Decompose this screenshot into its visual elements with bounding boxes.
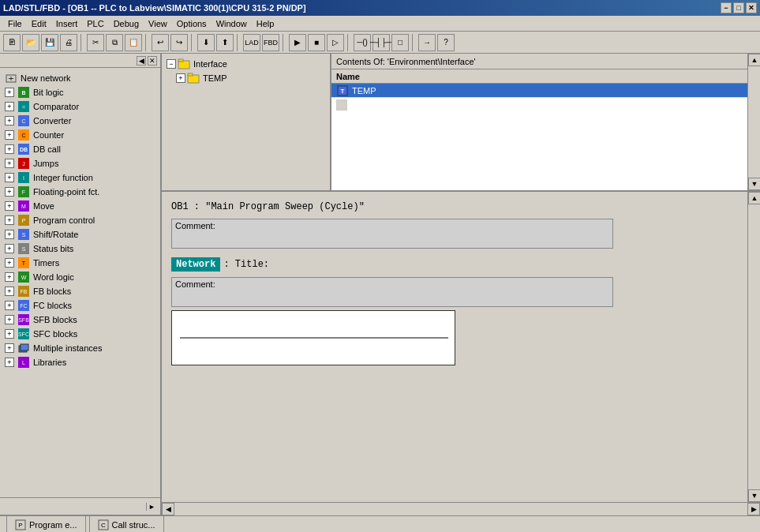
- new-network-icon: [5, 72, 17, 84]
- sidebar-close-btn[interactable]: ✕: [148, 56, 157, 66]
- sidebar-item-status-bits[interactable]: + S Status bits: [2, 242, 159, 256]
- tb-upload-btn[interactable]: ⬆: [216, 34, 234, 51]
- status-bits-expand[interactable]: +: [5, 244, 14, 253]
- editor-scroll-up[interactable]: ▲: [748, 192, 760, 204]
- menu-help[interactable]: Help: [252, 17, 279, 30]
- program-comment-box[interactable]: Comment:: [171, 219, 613, 249]
- tb-download-btn[interactable]: ⬇: [197, 34, 215, 51]
- tb-coil-btn[interactable]: ─(): [354, 34, 371, 51]
- status-tab-program[interactable]: P Program e...: [6, 515, 86, 532]
- tb-redo-btn[interactable]: ↪: [170, 34, 188, 51]
- h-scroll-right[interactable]: ▶: [747, 503, 760, 515]
- top-scroll-up[interactable]: ▲: [748, 54, 760, 66]
- sidebar-item-integer-function[interactable]: + I Integer function: [2, 170, 159, 185]
- sidebar-item-counter[interactable]: + C Counter: [2, 128, 159, 142]
- tb-undo-btn[interactable]: ↩: [152, 34, 169, 51]
- timers-expand[interactable]: +: [5, 258, 14, 268]
- sidebar-item-float[interactable]: + F Floating-point fct.: [2, 185, 159, 199]
- menu-edit[interactable]: Edit: [27, 17, 51, 30]
- move-icon: M: [17, 200, 30, 212]
- sfc-blocks-expand[interactable]: +: [5, 329, 14, 339]
- sidebar-pin-btn[interactable]: ◀: [137, 56, 146, 66]
- svg-rect-4: [21, 344, 28, 350]
- sidebar-item-sfb-blocks[interactable]: + SFB SFB blocks: [2, 313, 159, 327]
- tb-box-btn[interactable]: □: [391, 34, 409, 51]
- comparator-expand[interactable]: +: [5, 102, 14, 111]
- tb-save-btn[interactable]: 💾: [41, 34, 58, 51]
- menu-view[interactable]: View: [144, 17, 172, 30]
- network-highlight: Network: [171, 257, 220, 272]
- tb-open-btn[interactable]: 📂: [22, 34, 39, 51]
- sidebar-item-new-network[interactable]: New network: [2, 71, 159, 85]
- sidebar-item-libraries[interactable]: + L Libraries: [2, 355, 159, 369]
- tb-paste-btn[interactable]: 📋: [125, 34, 142, 51]
- sidebar-item-db-call[interactable]: + DB DB call: [2, 142, 159, 156]
- sidebar-item-sfc-blocks[interactable]: + SFC SFC blocks: [2, 327, 159, 341]
- tb-fbd-btn[interactable]: FBD: [262, 34, 279, 51]
- h-scroll-left[interactable]: ◀: [162, 503, 174, 515]
- sfb-blocks-expand[interactable]: +: [5, 315, 14, 324]
- shift-expand[interactable]: +: [5, 230, 14, 239]
- menu-debug[interactable]: Debug: [109, 17, 144, 30]
- counter-expand[interactable]: +: [5, 130, 14, 140]
- tb-sep2: [145, 34, 148, 51]
- tb-copy-btn[interactable]: ⧉: [106, 34, 123, 51]
- nav-interface-expand[interactable]: −: [167, 59, 176, 69]
- tb-stop-btn[interactable]: ■: [308, 34, 325, 51]
- sidebar-item-word-logic[interactable]: + W Word logic: [2, 270, 159, 284]
- tb-arrow-btn[interactable]: →: [418, 34, 436, 51]
- sidebar-item-converter[interactable]: + C Converter: [2, 114, 159, 128]
- tb-print-btn[interactable]: 🖨: [60, 34, 77, 51]
- table-row-temp[interactable]: T TEMP: [331, 84, 747, 98]
- status-tab-call[interactable]: C Call struc...: [89, 515, 164, 532]
- menu-options[interactable]: Options: [172, 17, 212, 30]
- tb-new-btn[interactable]: 🖹: [3, 34, 21, 51]
- sidebar-item-jumps[interactable]: + J Jumps: [2, 156, 159, 170]
- tb-run-btn[interactable]: ▶: [289, 34, 306, 51]
- jumps-expand[interactable]: +: [5, 159, 14, 168]
- network-diagram[interactable]: [171, 310, 455, 365]
- menu-file[interactable]: File: [3, 17, 27, 30]
- tb-step-btn[interactable]: ▷: [327, 34, 344, 51]
- top-scroll-down[interactable]: ▼: [748, 178, 760, 190]
- maximize-button[interactable]: □: [733, 2, 744, 13]
- nav-item-temp[interactable]: + TEMP: [165, 71, 327, 85]
- close-button[interactable]: ✕: [746, 2, 757, 13]
- word-logic-expand[interactable]: +: [5, 272, 14, 282]
- float-expand[interactable]: +: [5, 187, 14, 197]
- sidebar-scroll-right[interactable]: ►: [146, 503, 157, 511]
- nav-temp-expand[interactable]: +: [176, 73, 185, 83]
- sidebar-item-move[interactable]: + M Move: [2, 199, 159, 213]
- sidebar-item-bit-logic[interactable]: + B Bit logic: [2, 85, 159, 99]
- tb-help-btn[interactable]: ?: [437, 34, 455, 51]
- menu-insert[interactable]: Insert: [51, 17, 83, 30]
- minimize-button[interactable]: −: [721, 2, 732, 13]
- sidebar-item-multiple-instances[interactable]: + Multiple instances: [2, 341, 159, 355]
- sidebar-item-prog-ctrl[interactable]: + P Program control: [2, 213, 159, 227]
- tb-contact-btn[interactable]: ─┤├─: [373, 34, 390, 51]
- editor-scroll-down[interactable]: ▼: [748, 489, 760, 502]
- prog-ctrl-expand[interactable]: +: [5, 215, 14, 225]
- db-call-expand[interactable]: +: [5, 144, 14, 154]
- editor-area[interactable]: OB1 : "Main Program Sweep (Cycle)" Comme…: [162, 192, 747, 502]
- bit-logic-expand[interactable]: +: [5, 88, 14, 97]
- tb-lad-btn[interactable]: LAD: [243, 34, 260, 51]
- converter-expand[interactable]: +: [5, 116, 14, 126]
- nav-item-interface[interactable]: − Interface: [165, 57, 327, 71]
- tb-cut-btn[interactable]: ✂: [87, 34, 104, 51]
- libraries-expand[interactable]: +: [5, 358, 14, 367]
- move-expand[interactable]: +: [5, 201, 14, 211]
- menu-plc[interactable]: PLC: [82, 17, 108, 30]
- network-diagram-line: [180, 338, 448, 339]
- multi-expand[interactable]: +: [5, 343, 14, 353]
- network-comment-box[interactable]: Comment:: [171, 277, 613, 307]
- fc-blocks-expand[interactable]: +: [5, 301, 14, 310]
- fb-blocks-expand[interactable]: +: [5, 287, 14, 296]
- sidebar-item-fc-blocks[interactable]: + FC FC blocks: [2, 298, 159, 313]
- sidebar-item-comparator[interactable]: + = Comparator: [2, 99, 159, 114]
- sidebar-item-shift-rotate[interactable]: + S Shift/Rotate: [2, 227, 159, 242]
- sidebar-item-fb-blocks[interactable]: + FB FB blocks: [2, 284, 159, 298]
- menu-window[interactable]: Window: [212, 17, 252, 30]
- integer-expand[interactable]: +: [5, 173, 14, 182]
- sidebar-item-timers[interactable]: + T Timers: [2, 256, 159, 270]
